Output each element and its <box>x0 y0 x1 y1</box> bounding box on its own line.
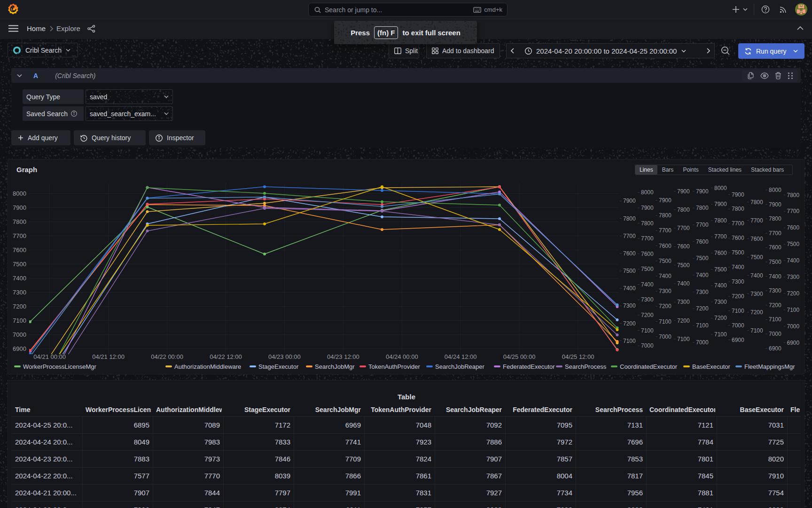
svg-text:7100: 7100 <box>714 331 727 338</box>
svg-text:SearchJobMgr: SearchJobMgr <box>315 363 355 370</box>
svg-text:7500: 7500 <box>623 268 636 274</box>
svg-text:8000: 8000 <box>13 190 26 197</box>
svg-text:7100: 7100 <box>750 327 763 334</box>
svg-text:7100: 7100 <box>696 322 709 329</box>
svg-text:7800: 7800 <box>714 217 727 224</box>
svg-text:7700: 7700 <box>677 225 690 231</box>
svg-text:7100: 7100 <box>769 316 781 323</box>
svg-text:7300: 7300 <box>787 274 800 280</box>
svg-text:6900: 6900 <box>732 337 744 343</box>
svg-text:7400: 7400 <box>787 257 800 264</box>
svg-text:7100: 7100 <box>732 308 744 314</box>
svg-text:7300: 7300 <box>677 299 690 305</box>
svg-text:7500: 7500 <box>659 258 671 264</box>
svg-text:7300: 7300 <box>13 289 26 296</box>
svg-text:04/25 00:00: 04/25 00:00 <box>503 353 536 360</box>
svg-text:7300: 7300 <box>732 278 744 285</box>
svg-text:04/25 12:00: 04/25 12:00 <box>562 353 594 360</box>
svg-text:7000: 7000 <box>641 342 654 349</box>
svg-text:7200: 7200 <box>659 303 671 310</box>
svg-text:7700: 7700 <box>13 232 26 239</box>
svg-text:7200: 7200 <box>769 302 781 309</box>
svg-text:7400: 7400 <box>732 264 744 270</box>
svg-text:7200: 7200 <box>696 305 709 312</box>
svg-text:7600: 7600 <box>623 250 636 257</box>
svg-text:6900: 6900 <box>769 345 781 352</box>
svg-text:7900: 7900 <box>677 188 690 195</box>
svg-text:7600: 7600 <box>659 243 671 249</box>
svg-text:04/21 12:00: 04/21 12:00 <box>92 353 125 360</box>
svg-text:7600: 7600 <box>769 244 781 251</box>
svg-text:AuthorizationMiddleware: AuthorizationMiddleware <box>174 363 241 370</box>
svg-text:7000: 7000 <box>769 331 781 337</box>
svg-text:7400: 7400 <box>714 282 727 289</box>
svg-text:7300: 7300 <box>623 302 636 309</box>
svg-text:7800: 7800 <box>696 205 709 211</box>
svg-text:7900: 7900 <box>696 188 709 195</box>
svg-text:7300: 7300 <box>714 299 727 305</box>
svg-text:7500: 7500 <box>732 249 744 256</box>
svg-text:7600: 7600 <box>641 251 654 257</box>
svg-text:SearchJobReaper: SearchJobReaper <box>435 363 484 370</box>
svg-text:7800: 7800 <box>13 218 26 225</box>
svg-text:7600: 7600 <box>13 246 26 254</box>
svg-text:6900: 6900 <box>13 345 26 352</box>
svg-text:7500: 7500 <box>677 262 690 269</box>
svg-text:7200: 7200 <box>623 320 636 327</box>
svg-text:7700: 7700 <box>659 227 671 234</box>
svg-text:7100: 7100 <box>623 338 636 344</box>
svg-text:7200: 7200 <box>750 309 763 316</box>
svg-text:6900: 6900 <box>787 340 800 346</box>
svg-text:7400: 7400 <box>659 273 671 279</box>
svg-text:7500: 7500 <box>13 261 26 268</box>
svg-text:7900: 7900 <box>732 191 744 198</box>
svg-text:7700: 7700 <box>623 233 636 239</box>
svg-text:7000: 7000 <box>732 322 744 329</box>
svg-text:7000: 7000 <box>13 331 26 338</box>
svg-text:7900: 7900 <box>659 197 671 204</box>
svg-text:7200: 7200 <box>732 293 744 300</box>
svg-text:7800: 7800 <box>732 206 744 212</box>
svg-text:7900: 7900 <box>714 201 727 207</box>
svg-text:7800: 7800 <box>641 220 654 227</box>
svg-text:7500: 7500 <box>714 266 727 273</box>
svg-text:8000: 8000 <box>641 189 654 196</box>
svg-text:7100: 7100 <box>13 317 26 324</box>
svg-text:7700: 7700 <box>641 235 654 242</box>
svg-text:7200: 7200 <box>714 315 727 321</box>
svg-text:FleetMappingsMgr: FleetMappingsMgr <box>744 363 795 370</box>
svg-text:WorkerProcessLicenseMgr: WorkerProcessLicenseMgr <box>23 363 96 370</box>
svg-text:7300: 7300 <box>659 288 671 294</box>
svg-text:7300: 7300 <box>750 291 763 297</box>
svg-text:7500: 7500 <box>769 259 781 265</box>
svg-text:7400: 7400 <box>769 273 781 280</box>
svg-text:7700: 7700 <box>769 230 781 237</box>
svg-text:7700: 7700 <box>696 222 709 228</box>
svg-text:7800: 7800 <box>750 199 763 206</box>
svg-text:7900: 7900 <box>13 204 26 211</box>
svg-text:04/21 00:00: 04/21 00:00 <box>33 353 66 360</box>
svg-text:7400: 7400 <box>13 275 26 282</box>
svg-text:7500: 7500 <box>787 241 800 247</box>
svg-text:7200: 7200 <box>787 290 800 297</box>
svg-text:7100: 7100 <box>677 336 690 342</box>
svg-text:7000: 7000 <box>696 339 709 346</box>
svg-text:7400: 7400 <box>677 280 690 287</box>
svg-text:7400: 7400 <box>696 272 709 278</box>
svg-text:7700: 7700 <box>750 217 763 224</box>
svg-text:04/22 00:00: 04/22 00:00 <box>151 353 183 360</box>
svg-text:7500: 7500 <box>696 255 709 262</box>
svg-text:7200: 7200 <box>13 303 26 310</box>
svg-text:04/24 00:00: 04/24 00:00 <box>386 353 418 360</box>
svg-text:7800: 7800 <box>659 212 671 219</box>
svg-text:7600: 7600 <box>714 250 727 256</box>
svg-text:8000: 8000 <box>714 185 727 191</box>
svg-text:7600: 7600 <box>787 224 800 231</box>
svg-text:04/23 12:00: 04/23 12:00 <box>327 353 359 360</box>
svg-text:7800: 7800 <box>623 215 636 222</box>
svg-text:7600: 7600 <box>750 236 763 242</box>
svg-text:7900: 7900 <box>641 205 654 211</box>
svg-text:04/22 12:00: 04/22 12:00 <box>210 353 242 360</box>
svg-text:7100: 7100 <box>787 307 800 313</box>
svg-text:7700: 7700 <box>732 220 744 227</box>
